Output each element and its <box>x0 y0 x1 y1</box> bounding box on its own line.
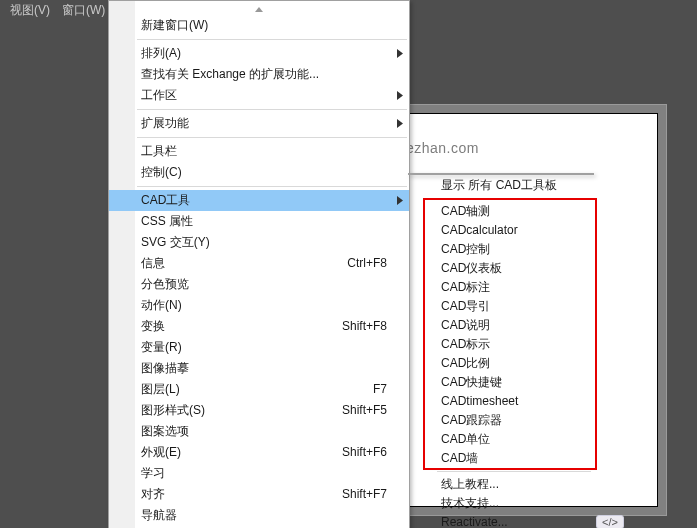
menu-actions[interactable]: 动作(N) <box>109 295 409 316</box>
submenu-item-label: CAD标注 <box>441 280 490 294</box>
submenu-show-all-cad[interactable]: 显示 所有 CAD工具板 <box>409 176 593 195</box>
chevron-right-icon <box>397 43 403 64</box>
submenu-item-label: CAD说明 <box>441 318 490 332</box>
chevron-right-icon <box>397 113 403 134</box>
menu-workspace[interactable]: 工作区 <box>109 85 409 106</box>
chevron-up-icon <box>255 7 263 12</box>
chevron-right-icon <box>397 85 403 106</box>
menu-variables[interactable]: 变量(R) <box>109 337 409 358</box>
cad-tools-submenu: 显示 所有 CAD工具板 CAD轴测CADcalculatorCAD控制CAD仪… <box>408 173 594 175</box>
menu-info[interactable]: 信息Ctrl+F8 <box>109 253 409 274</box>
separator <box>137 109 407 110</box>
menu-layers[interactable]: 图层(L)F7 <box>109 379 409 400</box>
submenu-cad-item[interactable]: CAD控制 <box>409 240 593 259</box>
submenu-item-label: CAD轴测 <box>441 204 490 218</box>
menu-arrange[interactable]: 排列(A) <box>109 43 409 64</box>
menu-control[interactable]: 控制(C) <box>109 162 409 183</box>
shortcut: Ctrl+F8 <box>347 253 387 274</box>
submenu-cad-item[interactable]: CAD标注 <box>409 278 593 297</box>
submenu-cad-item[interactable]: CADtimesheet <box>409 392 593 411</box>
submenu-item-label: CADtimesheet <box>441 394 518 408</box>
shortcut: Shift+F5 <box>342 400 387 421</box>
menu-transform[interactable]: 变换Shift+F8 <box>109 316 409 337</box>
menu-appearance[interactable]: 外观(E)Shift+F6 <box>109 442 409 463</box>
submenu-cad-item[interactable]: CAD快捷键 <box>409 373 593 392</box>
menu-learn[interactable]: 学习 <box>109 463 409 484</box>
submenu-reactivate[interactable]: Reactivate... <box>409 513 593 528</box>
menu-extensions[interactable]: 扩展功能 <box>109 113 409 134</box>
menu-window[interactable]: 窗口(W) <box>56 0 111 21</box>
shortcut: Shift+F8 <box>342 316 387 337</box>
submenu-item-label: CAD单位 <box>441 432 490 446</box>
shortcut: Shift+F6 <box>342 442 387 463</box>
menu-align[interactable]: 对齐Shift+F7 <box>109 484 409 505</box>
submenu-cad-item[interactable]: CADcalculator <box>409 221 593 240</box>
menu-new-window[interactable]: 新建窗口(W) <box>109 15 409 36</box>
menu-pattern-options[interactable]: 图案选项 <box>109 421 409 442</box>
submenu-cad-item[interactable]: CAD标示 <box>409 335 593 354</box>
separator <box>137 39 407 40</box>
menu-svg-interactivity[interactable]: SVG 交互(Y) <box>109 232 409 253</box>
code-badge: </> <box>596 515 624 528</box>
submenu-item-label: CAD比例 <box>441 356 490 370</box>
scroll-up-indicator[interactable] <box>109 3 409 15</box>
submenu-cad-item[interactable]: CAD单位 <box>409 430 593 449</box>
shortcut: Shift+F7 <box>342 484 387 505</box>
submenu-cad-item[interactable]: CAD导引 <box>409 297 593 316</box>
menu-image-trace[interactable]: 图像描摹 <box>109 358 409 379</box>
shortcut: F7 <box>373 379 387 400</box>
chevron-right-icon <box>397 190 403 211</box>
submenu-item-label: CAD跟踪器 <box>441 413 502 427</box>
menu-separation-preview[interactable]: 分色预览 <box>109 274 409 295</box>
submenu-cad-item[interactable]: CAD比例 <box>409 354 593 373</box>
menu-cad-tools[interactable]: CAD工具 <box>109 190 409 211</box>
menu-find-extensions[interactable]: 查找有关 Exchange 的扩展功能... <box>109 64 409 85</box>
submenu-online-tutorial[interactable]: 线上教程... <box>409 475 593 494</box>
submenu-item-label: CADcalculator <box>441 223 518 237</box>
submenu-item-label: CAD墙 <box>441 451 478 465</box>
submenu-cad-item[interactable]: CAD墙 <box>409 449 593 468</box>
submenu-cad-item[interactable]: CAD跟踪器 <box>409 411 593 430</box>
submenu-item-label: CAD导引 <box>441 299 490 313</box>
submenu-item-label: CAD仪表板 <box>441 261 502 275</box>
submenu-tech-support[interactable]: 技术支持... <box>409 494 593 513</box>
separator <box>437 198 591 199</box>
submenu-item-label: CAD标示 <box>441 337 490 351</box>
window-menu: 新建窗口(W) 排列(A) 查找有关 Exchange 的扩展功能... 工作区… <box>108 0 410 528</box>
menu-graphic-styles[interactable]: 图形样式(S)Shift+F5 <box>109 400 409 421</box>
separator <box>137 186 407 187</box>
separator <box>137 137 407 138</box>
submenu-cad-item[interactable]: CAD仪表板 <box>409 259 593 278</box>
menu-toolbar[interactable]: 工具栏 <box>109 141 409 162</box>
submenu-cad-item[interactable]: CAD说明 <box>409 316 593 335</box>
submenu-item-label: CAD控制 <box>441 242 490 256</box>
menu-navigator[interactable]: 导航器 <box>109 505 409 526</box>
menu-view[interactable]: 视图(V) <box>4 0 56 21</box>
menu-css-properties[interactable]: CSS 属性 <box>109 211 409 232</box>
submenu-item-label: CAD快捷键 <box>441 375 502 389</box>
separator <box>437 471 591 472</box>
submenu-cad-item[interactable]: CAD轴测 <box>409 202 593 221</box>
